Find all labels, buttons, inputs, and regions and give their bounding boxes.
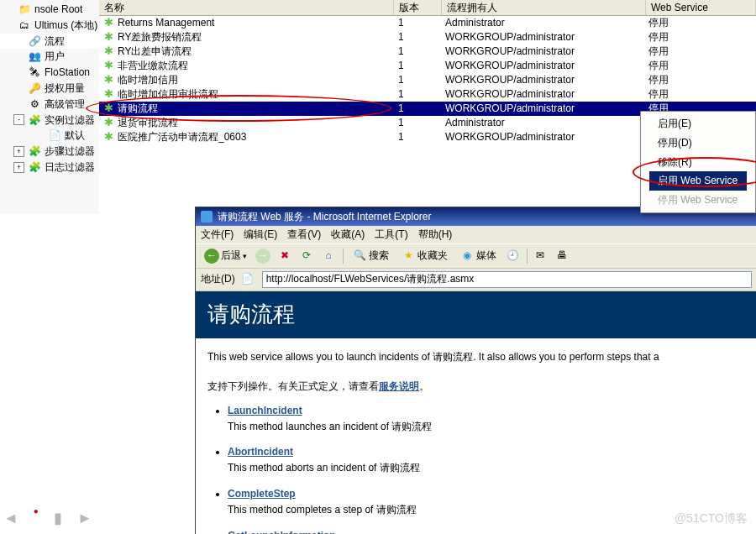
menu-item[interactable]: 文件(F) [201, 228, 234, 242]
service-operation: AbortIncidentThis method aborts an incid… [228, 445, 756, 475]
forward-icon[interactable]: → [255, 249, 270, 264]
favorites-button[interactable]: ★收藏夹 [397, 247, 451, 265]
tree-icon: 🧩 [28, 161, 41, 173]
tree-label: nsole Root [34, 3, 82, 17]
tree-item[interactable]: 🔗流程 [0, 34, 99, 50]
table-row[interactable]: ✱Returns Management1Administrator停用 [99, 16, 756, 30]
tree-label: 默认 [65, 128, 85, 143]
expand-toggle[interactable]: + [13, 162, 24, 173]
tree-label: 流程 [45, 34, 65, 49]
cell-version: 1 [393, 73, 440, 87]
tree-item[interactable]: 📁nsole Root [0, 2, 99, 18]
table-row[interactable]: ✱RY差旅费报销流程1WORKGROUP/administrator停用 [99, 30, 756, 44]
table-row[interactable]: ✱临时增加信用审批流程1WORKGROUP/administrator停用 [99, 87, 756, 102]
print-icon[interactable]: 🖶 [554, 249, 570, 264]
back-button[interactable]: ← 后退 ▾ [201, 247, 250, 265]
cell-webservice: 停用 [643, 30, 753, 44]
table-row[interactable]: ✱临时增加信用1WORKGROUP/administrator停用 [99, 73, 756, 87]
cell-version: 1 [393, 30, 440, 44]
context-menu-item[interactable]: 启用(E) [649, 114, 747, 134]
table-row[interactable]: ✱非营业缴款流程1WORKGROUP/administrator停用 [99, 59, 756, 73]
nav-prev-icon[interactable]: ◄ [3, 508, 18, 529]
operation-link[interactable]: AbortIncident [228, 446, 293, 458]
operation-link[interactable]: CompleteStep [228, 488, 296, 500]
tree-label: Ultimus (本地) [34, 18, 97, 33]
col-webservice[interactable]: Web Service [646, 0, 756, 15]
process-icon: ✱ [104, 117, 114, 127]
cell-owner: WORKGROUP/administrator [440, 30, 643, 44]
tree-label: 高级管理 [45, 97, 85, 112]
nav-tree[interactable]: 📁nsole Root🗂Ultimus (本地)🔗流程👥用户🛰FloStatio… [0, 0, 99, 214]
stop-icon[interactable]: ✖ [277, 249, 292, 264]
ie-menubar[interactable]: 文件(F)编辑(E)查看(V)收藏(A)工具(T)帮助(H) [196, 226, 756, 243]
context-menu-item[interactable]: 启用 Web Service [649, 171, 747, 191]
chevron-down-icon: ▾ [243, 251, 247, 262]
operation-link[interactable]: GetLaunchInformation [228, 530, 336, 534]
address-bar: 地址(D) 📄 [196, 269, 756, 291]
col-owner[interactable]: 流程拥有人 [442, 0, 646, 15]
search-button[interactable]: 🔍搜索 [349, 247, 392, 265]
operation-link[interactable]: LaunchIncident [228, 405, 302, 416]
cell-name: 非营业缴款流程 [118, 60, 188, 71]
service-description-link[interactable]: 服务说明 [379, 380, 419, 392]
cell-owner: WORKGROUP/administrator [440, 44, 643, 59]
footer-nav: ◄ ● ▮ ► [3, 508, 92, 529]
tree-item[interactable]: 🗂Ultimus (本地) [0, 18, 99, 34]
page-desc-2: 支持下列操作。有关正式定义，请查看服务说明。 [196, 368, 756, 397]
mail-icon[interactable]: ✉ [533, 249, 548, 264]
context-menu-item[interactable]: 移除(R) [649, 153, 747, 172]
menu-item[interactable]: 编辑(E) [244, 228, 277, 242]
tree-icon: 👥 [28, 51, 41, 63]
tree-item[interactable]: 📄默认 [0, 128, 99, 144]
menu-item[interactable]: 收藏(A) [331, 228, 365, 242]
address-input[interactable] [262, 271, 752, 288]
home-icon[interactable]: ⌂ [321, 249, 336, 264]
tree-icon: 🛰 [28, 67, 41, 79]
table-row[interactable]: ✱RY出差申请流程1WORKGROUP/administrator停用 [99, 44, 756, 59]
cell-name: 临时增加信用 [118, 74, 178, 86]
media-button[interactable]: ◉媒体 [456, 247, 500, 265]
refresh-icon[interactable]: ⟳ [299, 249, 314, 264]
tree-label: 步骤过滤器 [45, 144, 95, 159]
nav-next-icon[interactable]: ► [77, 508, 92, 529]
tree-item[interactable]: -🧩实例过滤器 [0, 113, 99, 128]
tree-item[interactable]: 👥用户 [0, 49, 99, 65]
cell-name: 临时增加信用审批流程 [118, 88, 218, 100]
ie-toolbar[interactable]: ← 后退 ▾ → ✖ ⟳ ⌂ 🔍搜索 ★收藏夹 ◉媒体 🕘 ✉ 🖶 [196, 243, 756, 269]
tree-item[interactable]: 🔑授权用量 [0, 81, 99, 97]
tree-icon: 🔗 [28, 35, 41, 47]
col-version[interactable]: 版本 [394, 0, 442, 15]
tree-icon: 🧩 [28, 146, 41, 158]
cell-webservice: 停用 [643, 59, 753, 73]
tree-label: 用户 [45, 50, 65, 64]
list-header: 名称 版本 流程拥有人 Web Service [99, 0, 756, 16]
menu-item[interactable]: 工具(T) [375, 228, 407, 242]
cell-name: RY出差申请流程 [118, 45, 192, 57]
expand-toggle[interactable]: + [13, 146, 24, 157]
process-icon: ✱ [104, 74, 114, 84]
tree-item[interactable]: 🛰FloStation [0, 65, 99, 81]
cell-version: 1 [393, 87, 440, 102]
context-menu-item[interactable]: 停用(D) [649, 134, 747, 153]
tree-icon: 🔑 [28, 82, 41, 94]
menu-item[interactable]: 帮助(H) [418, 228, 453, 242]
tree-item[interactable]: +🧩日志过滤器 [0, 160, 99, 175]
cell-owner: WORKGROUP/administrator [440, 130, 643, 144]
nav-dot-icon[interactable]: ● [34, 505, 39, 526]
operation-desc: This method launches an incident of 请购流程 [228, 420, 756, 434]
menu-item[interactable]: 查看(V) [287, 228, 321, 242]
process-icon: ✱ [104, 88, 114, 98]
cell-webservice: 停用 [643, 44, 753, 59]
tree-item[interactable]: ⚙高级管理 [0, 97, 99, 113]
process-icon: ✱ [104, 102, 114, 113]
tree-item[interactable]: +🧩步骤过滤器 [0, 144, 99, 160]
address-label: 地址(D) [201, 272, 235, 286]
expand-toggle[interactable]: - [13, 114, 24, 125]
history-icon[interactable]: 🕘 [505, 249, 520, 264]
cell-version: 1 [393, 130, 440, 144]
cell-owner: WORKGROUP/administrator [440, 73, 643, 87]
ie-window: 请购流程 Web 服务 - Microsoft Internet Explore… [195, 207, 756, 534]
col-name[interactable]: 名称 [99, 0, 394, 15]
tree-label: FloStation [45, 65, 90, 80]
back-icon: ← [204, 249, 219, 264]
